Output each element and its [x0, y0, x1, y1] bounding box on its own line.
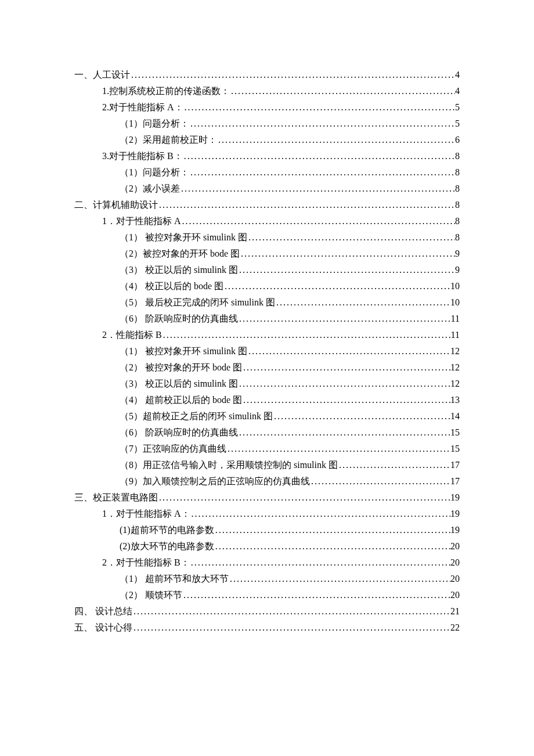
toc-leader-dots: ........................................… [240, 246, 455, 262]
toc-entry-text: （2）被控对象的开环 bode 图 [120, 246, 240, 262]
toc-entry[interactable]: （6） 阶跃响应时的仿真曲线..........................… [74, 424, 460, 441]
toc-leader-dots: ........................................… [162, 327, 451, 343]
toc-entry[interactable]: （1）问题分析：................................… [74, 164, 460, 181]
toc-entry-text: （9）加入顺馈控制之后的正弦响应的仿真曲线 [120, 473, 310, 489]
toc-entry[interactable]: （1） 被控对象开环 simulink 图...................… [74, 343, 460, 359]
toc-entry[interactable]: （4） 超前校正以后的 bode 图......................… [74, 392, 460, 408]
toc-entry[interactable]: 2.对于性能指标 A：.............................… [74, 99, 460, 116]
toc-leader-dots: ........................................… [338, 457, 450, 473]
toc-entry-text: （1）问题分析： [120, 116, 189, 132]
toc-entry-page: 6 [455, 132, 460, 148]
toc-entry-page: 11 [451, 311, 460, 327]
toc-leader-dots: ........................................… [310, 473, 450, 489]
toc-entry[interactable]: （3） 校正以后的 simulink 图....................… [74, 376, 460, 392]
toc-leader-dots: ........................................… [130, 67, 455, 83]
toc-entry[interactable]: 二、计算机辅助设计...............................… [74, 197, 460, 213]
toc-entry[interactable]: （8）用正弦信号输入时，采用顺馈控制的 simulink 图..........… [74, 457, 460, 473]
toc-entry[interactable]: （4） 校正以后的 bode 图........................… [74, 278, 460, 294]
toc-entry[interactable]: 一、人工设计..................................… [74, 67, 460, 83]
toc-entry[interactable]: （2）减小误差.................................… [74, 181, 460, 197]
toc-entry-page: 8 [455, 181, 460, 197]
toc-entry-page: 12 [450, 359, 460, 376]
toc-leader-dots: ........................................… [183, 148, 455, 164]
toc-entry-page: 21 [450, 603, 460, 620]
toc-entry-text: （2） 被控对象的开环 bode 图 [120, 359, 242, 376]
toc-entry-text: （2）减小误差 [120, 181, 180, 197]
toc-entry-text: （3） 校正以后的 simulink 图 [120, 262, 238, 278]
toc-entry-page: 12 [450, 376, 460, 392]
toc-entry-page: 12 [450, 343, 460, 359]
toc-entry-text: （5） 最后校正完成的闭环 simulink 图 [120, 294, 275, 311]
toc-entry[interactable]: 四、 设计总结.................................… [74, 603, 460, 620]
toc-entry[interactable]: （1） 超前环节和放大环节...........................… [74, 571, 460, 587]
toc-entry[interactable]: (2)放大环节的电路参数............................… [74, 538, 460, 555]
toc-entry-text: （3） 校正以后的 simulink 图 [120, 376, 238, 392]
toc-entry-page: 5 [455, 116, 460, 132]
toc-entry-text: 一、人工设计 [74, 67, 130, 83]
toc-leader-dots: ........................................… [214, 522, 450, 538]
toc-entry-page: 17 [450, 473, 460, 489]
toc-entry-text: （4） 超前校正以后的 bode 图 [120, 392, 242, 408]
toc-entry-text: （1） 超前环节和放大环节 [120, 571, 229, 587]
toc-entry-text: （5）超前校正之后的闭环 simulink 图 [120, 408, 273, 424]
toc-entry-text: 三、校正装置电路图 [74, 489, 158, 506]
toc-entry-page: 20 [450, 587, 460, 603]
toc-entry-text: 2.对于性能指标 A： [102, 99, 183, 116]
toc-entry-text: （4） 校正以后的 bode 图 [120, 278, 223, 294]
toc-leader-dots: ........................................… [132, 620, 450, 636]
toc-entry[interactable]: （5）超前校正之后的闭环 simulink 图.................… [74, 408, 460, 424]
toc-entry[interactable]: 三、校正装置电路图...............................… [74, 489, 460, 506]
toc-leader-dots: ........................................… [242, 359, 450, 376]
toc-entry[interactable]: 五、 设计心得.................................… [74, 620, 460, 636]
toc-entry[interactable]: 1.控制系统校正前的传递函数：.........................… [74, 83, 460, 99]
toc-leader-dots: ........................................… [132, 603, 450, 620]
toc-entry-page: 15 [450, 424, 460, 441]
toc-leader-dots: ........................................… [180, 181, 455, 197]
toc-entry[interactable]: （9）加入顺馈控制之后的正弦响应的仿真曲线...................… [74, 473, 460, 489]
toc-leader-dots: ........................................… [230, 83, 455, 99]
toc-leader-dots: ........................................… [182, 587, 450, 603]
toc-entry-text: 1.控制系统校正前的传递函数： [102, 83, 230, 99]
toc-leader-dots: ........................................… [247, 229, 455, 246]
toc-entry-text: （2）采用超前校正时： [120, 132, 217, 148]
toc-entry[interactable]: （5） 最后校正完成的闭环 simulink 图................… [74, 294, 460, 311]
toc-entry-page: 8 [455, 213, 460, 229]
toc-entry-text: （1） 被控对象开环 simulink 图 [120, 343, 247, 359]
toc-entry[interactable]: （7）正弦响应的仿真曲线............................… [74, 441, 460, 457]
toc-leader-dots: ........................................… [214, 538, 450, 555]
toc-leader-dots: ........................................… [238, 311, 451, 327]
toc-entry-page: 17 [450, 457, 460, 473]
toc-entry[interactable]: （2）被控对象的开环 bode 图.......................… [74, 246, 460, 262]
toc-entry[interactable]: （2）采用超前校正时：.............................… [74, 132, 460, 148]
toc-leader-dots: ........................................… [247, 343, 450, 359]
toc-entry[interactable]: 2．性能指标 B................................… [74, 327, 460, 343]
toc-entry[interactable]: （6） 阶跃响应时的仿真曲线..........................… [74, 311, 460, 327]
toc-entry[interactable]: （1）问题分析：................................… [74, 116, 460, 132]
toc-entry-text: （7）正弦响应的仿真曲线 [120, 441, 226, 457]
toc-entry-text: 2．性能指标 B [102, 327, 162, 343]
toc-entry-text: （8）用正弦信号输入时，采用顺馈控制的 simulink 图 [120, 457, 338, 473]
toc-entry-page: 9 [455, 246, 460, 262]
toc-entry[interactable]: 1．对于性能指标 A .............................… [74, 213, 460, 229]
toc-entry-page: 19 [450, 489, 460, 506]
toc-entry[interactable]: （2） 被控对象的开环 bode 图......................… [74, 359, 460, 376]
toc-entry-page: 5 [455, 99, 460, 116]
toc-entry[interactable]: 1．对于性能指标 A：.............................… [74, 506, 460, 522]
toc-entry-text: 2．对于性能指标 B： [102, 555, 190, 571]
toc-entry[interactable]: （2） 顺馈环节................................… [74, 587, 460, 603]
toc-leader-dots: ........................................… [190, 506, 450, 522]
toc-entry-text: 3.对于性能指标 B： [102, 148, 183, 164]
toc-entry[interactable]: 3.对于性能指标 B：.............................… [74, 148, 460, 164]
toc-entry[interactable]: （3） 校正以后的 simulink 图....................… [74, 262, 460, 278]
toc-entry-page: 20 [450, 555, 460, 571]
toc-entry[interactable]: 2．对于性能指标 B：.............................… [74, 555, 460, 571]
toc-entry-text: 五、 设计心得 [74, 620, 132, 636]
toc-entry-text: 四、 设计总结 [74, 603, 132, 620]
toc-entry-page: 15 [450, 441, 460, 457]
toc-entry[interactable]: （1） 被控对象开环 simulink 图...................… [74, 229, 460, 246]
toc-entry-text: （1）问题分析： [120, 164, 189, 181]
toc-leader-dots: ........................................… [158, 197, 455, 213]
table-of-contents: 一、人工设计..................................… [74, 67, 460, 636]
toc-leader-dots: ........................................… [273, 408, 450, 424]
toc-entry[interactable]: (1)超前环节的电路参数............................… [74, 522, 460, 538]
